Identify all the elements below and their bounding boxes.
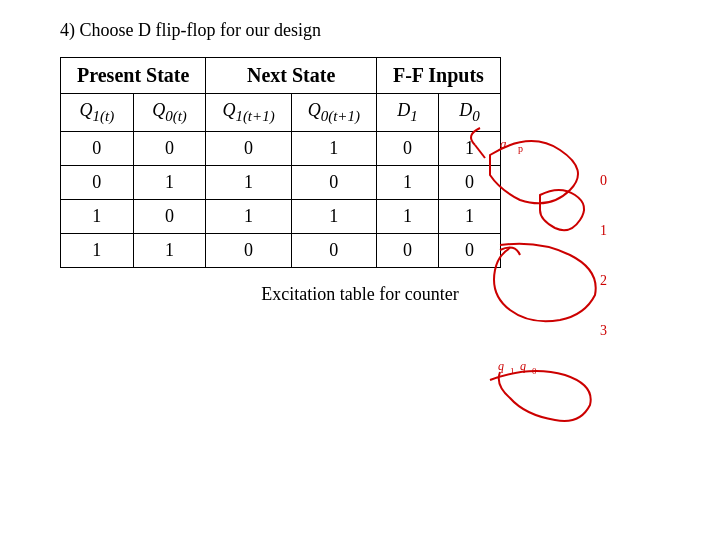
cell-r1-c4: 1 bbox=[376, 165, 438, 199]
cell-r2-c2: 1 bbox=[206, 199, 291, 233]
subheader-d1: D1 bbox=[376, 94, 438, 132]
subheader-q0t: Q0(t) bbox=[133, 94, 206, 132]
svg-text:0: 0 bbox=[532, 366, 537, 376]
subheader-q1t: Q1(t) bbox=[61, 94, 134, 132]
svg-text:1: 1 bbox=[510, 366, 515, 376]
cell-r2-c3: 1 bbox=[291, 199, 376, 233]
cell-r0-c5: 1 bbox=[438, 131, 500, 165]
cell-r3-c2: 0 bbox=[206, 233, 291, 267]
cell-r0-c1: 0 bbox=[133, 131, 206, 165]
table-row: 000101 bbox=[61, 131, 501, 165]
cell-r2-c5: 1 bbox=[438, 199, 500, 233]
cell-r3-c1: 1 bbox=[133, 233, 206, 267]
cell-r0-c0: 0 bbox=[61, 131, 134, 165]
cell-r2-c0: 1 bbox=[61, 199, 134, 233]
cell-r1-c2: 1 bbox=[206, 165, 291, 199]
cell-r3-c4: 0 bbox=[376, 233, 438, 267]
cell-r1-c1: 1 bbox=[133, 165, 206, 199]
cell-r1-c0: 0 bbox=[61, 165, 134, 199]
cell-r2-c4: 1 bbox=[376, 199, 438, 233]
table-row: 011010 bbox=[61, 165, 501, 199]
table-row: 110000 bbox=[61, 233, 501, 267]
cell-r3-c0: 1 bbox=[61, 233, 134, 267]
cell-r0-c4: 0 bbox=[376, 131, 438, 165]
cell-r0-c2: 0 bbox=[206, 131, 291, 165]
table-caption: Excitation table for counter bbox=[60, 284, 660, 305]
page-container: 4) Choose D flip-flop for our design Pre… bbox=[0, 0, 720, 325]
page-title: 4) Choose D flip-flop for our design bbox=[60, 20, 660, 41]
cell-r2-c1: 0 bbox=[133, 199, 206, 233]
svg-text:3: 3 bbox=[600, 323, 607, 338]
subheader-d0: D0 bbox=[438, 94, 500, 132]
cell-r0-c3: 1 bbox=[291, 131, 376, 165]
svg-text:q: q bbox=[498, 359, 504, 373]
svg-text:q: q bbox=[520, 359, 526, 373]
header-next-state: Next State bbox=[206, 58, 377, 94]
cell-r3-c3: 0 bbox=[291, 233, 376, 267]
cell-r3-c5: 0 bbox=[438, 233, 500, 267]
excitation-table: Present State Next State F-F Inputs Q1(t… bbox=[60, 57, 501, 268]
subheader-q0t1: Q0(t+1) bbox=[291, 94, 376, 132]
cell-r1-c3: 0 bbox=[291, 165, 376, 199]
header-ff-inputs: F-F Inputs bbox=[376, 58, 500, 94]
subheader-q1t1: Q1(t+1) bbox=[206, 94, 291, 132]
table-row: 101111 bbox=[61, 199, 501, 233]
header-present-state: Present State bbox=[61, 58, 206, 94]
cell-r1-c5: 0 bbox=[438, 165, 500, 199]
